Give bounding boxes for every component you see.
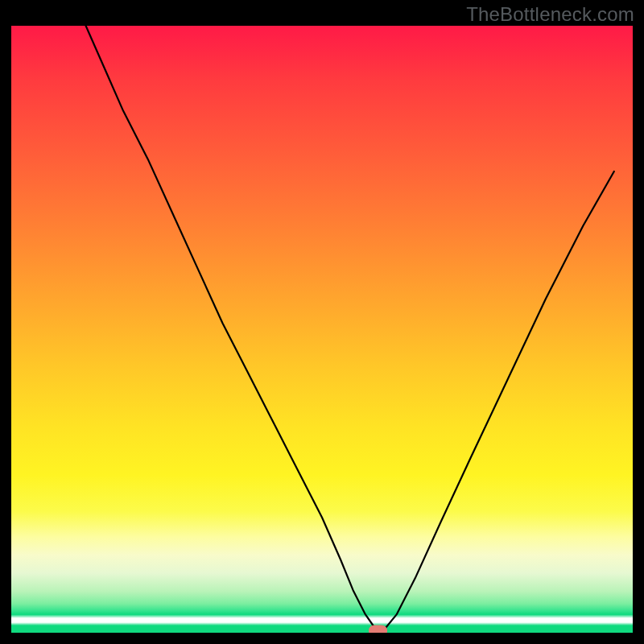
optimum-marker (369, 625, 387, 633)
chart-overlay (11, 26, 633, 633)
chart-root: TheBottleneck.com (0, 0, 644, 644)
plot-area (11, 26, 633, 633)
watermark-text: TheBottleneck.com (466, 3, 634, 26)
bottleneck-curve-line (86, 26, 614, 630)
